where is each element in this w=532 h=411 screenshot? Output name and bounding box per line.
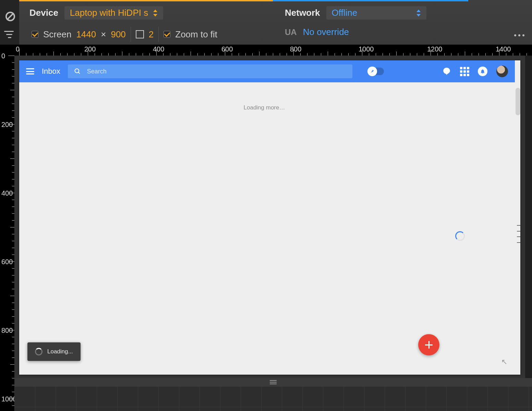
- toast-text: Loading...: [47, 348, 73, 355]
- svg-line-1: [78, 72, 80, 74]
- network-label: Network: [285, 8, 320, 18]
- drawer-panel: [14, 386, 532, 411]
- screen-checkbox[interactable]: [32, 31, 38, 38]
- inbox-header: Inbox Search: [19, 60, 515, 82]
- device-viewport: Inbox Search: [14, 56, 525, 380]
- ua-value[interactable]: No override: [303, 27, 349, 37]
- divider: [158, 27, 159, 42]
- device-label: Device: [29, 8, 58, 18]
- screen-width[interactable]: 1440: [76, 29, 96, 40]
- select-arrows-icon: [416, 10, 421, 16]
- spinner-icon: [35, 348, 43, 355]
- resize-handle-icon[interactable]: ↖: [501, 357, 507, 366]
- drag-lines-icon: [270, 380, 277, 384]
- pin-toggle[interactable]: [368, 68, 384, 75]
- apps-icon[interactable]: [460, 67, 469, 76]
- dpr-value[interactable]: 2: [149, 29, 154, 40]
- zoom-checkbox[interactable]: [164, 31, 170, 38]
- device-select-value: Laptop with HiDPI s: [70, 8, 148, 18]
- search-icon: [74, 68, 81, 75]
- zoom-label: Zoom to fit: [175, 29, 217, 40]
- spinner-icon: [455, 231, 465, 241]
- svg-point-0: [75, 69, 79, 73]
- screen-height[interactable]: 900: [111, 29, 125, 40]
- network-select-value: Offline: [332, 8, 411, 18]
- drag-grip-icon[interactable]: [517, 225, 520, 243]
- device-toolbar: Device Laptop with HiDPI s Network Offli…: [19, 0, 532, 45]
- filter-icon[interactable]: [3, 30, 15, 38]
- dimension-x: ×: [101, 29, 106, 40]
- drawer-drag-bar[interactable]: [14, 378, 532, 386]
- screen-label: Screen: [43, 29, 71, 40]
- ruler-vertical: 02004006008001000: [0, 56, 14, 411]
- side-spinner: [455, 231, 465, 241]
- dpr-icon: [136, 30, 144, 38]
- hangouts-icon[interactable]: [442, 67, 451, 76]
- avatar[interactable]: [496, 66, 508, 77]
- rendered-page: Inbox Search: [19, 60, 520, 375]
- devtools-frame: Device Laptop with HiDPI s Network Offli…: [0, 0, 532, 411]
- ruler-horizontal: 0200400600800100012001400: [0, 45, 532, 56]
- search-placeholder: Search: [87, 68, 107, 75]
- loading-more-text: Loading more…: [19, 104, 509, 111]
- compose-fab[interactable]: [418, 334, 439, 355]
- search-input[interactable]: Search: [68, 64, 352, 78]
- stop-icon[interactable]: [5, 12, 15, 21]
- ua-label: UA: [285, 27, 297, 37]
- notifications-icon[interactable]: [478, 67, 487, 76]
- more-options-button[interactable]: [514, 34, 524, 36]
- network-select[interactable]: Offline: [326, 6, 426, 20]
- scrollbar[interactable]: [516, 88, 520, 115]
- devtools-icon-strip: [0, 0, 19, 45]
- divider: [131, 27, 131, 42]
- pin-icon: [367, 67, 377, 76]
- menu-icon[interactable]: [26, 68, 34, 74]
- app-title: Inbox: [42, 67, 60, 76]
- device-select[interactable]: Laptop with HiDPI s: [64, 6, 163, 20]
- loading-toast: Loading...: [27, 342, 81, 361]
- select-arrows-icon: [153, 10, 158, 16]
